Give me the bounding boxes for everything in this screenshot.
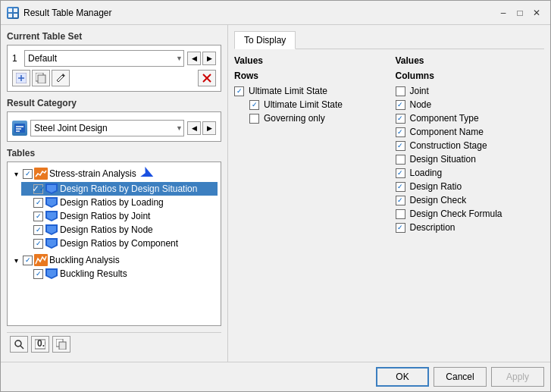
copy-tool-button[interactable]	[52, 336, 70, 353]
comp-name-col-label: Component Name	[410, 127, 484, 137]
node-row[interactable]: Design Ratios by Node	[21, 223, 218, 237]
category-icon	[12, 121, 27, 136]
joint-label: Design Ratios by Joint	[60, 211, 150, 221]
joint-col-row: Joint	[396, 86, 545, 96]
uls-children: Ultimate Limit State Governing only	[234, 99, 384, 124]
category-next-button[interactable]: ▶	[202, 121, 216, 135]
tables-section: Tables ▾ S	[7, 148, 221, 326]
component-row[interactable]: Design Ratios by Component	[21, 237, 218, 250]
current-table-set-box: 1 Default ▼ ◀ ▶	[7, 45, 221, 92]
design-ratio-col-checkbox[interactable]	[396, 182, 405, 192]
uls-child-row: Ultimate Limit State	[249, 99, 384, 110]
buckling-children: Buckling Results	[11, 267, 218, 281]
buckling-toggle-icon[interactable]: ▾	[11, 255, 21, 265]
current-table-set-section: Current Table Set 1 Default ▼ ◀ ▶	[7, 31, 221, 92]
right-values-title: Values	[396, 55, 545, 66]
table-num: 1	[12, 53, 21, 64]
design-check-formula-col-checkbox[interactable]	[396, 209, 405, 219]
governing-checkbox[interactable]	[249, 114, 259, 124]
uls-child-checkbox[interactable]	[249, 100, 259, 110]
nav-prev-button[interactable]: ◀	[187, 52, 201, 65]
result-category-section: Result Category	[7, 98, 221, 142]
close-button[interactable]: ✕	[529, 5, 544, 20]
description-col-row: Description	[396, 222, 545, 233]
columns-list: Joint Node Component Type	[396, 86, 545, 233]
joint-col-checkbox[interactable]	[396, 86, 405, 96]
design-situation-checkbox[interactable]: ✓	[33, 184, 43, 194]
joint-checkbox[interactable]	[33, 212, 43, 221]
comp-type-col-checkbox[interactable]	[396, 114, 405, 124]
svg-rect-34	[59, 342, 66, 350]
rows-section: Rows Ultimate Limit State Ultimate Limit…	[234, 71, 384, 124]
svg-rect-3	[14, 14, 17, 17]
tables-tree: ▾ Stress-strain Analysis ➤	[7, 162, 221, 326]
comp-type-col-label: Component Type	[410, 113, 479, 124]
apply-button[interactable]: Apply	[491, 367, 544, 387]
category-prev-button[interactable]: ◀	[187, 121, 201, 135]
copy-table-button[interactable]	[32, 70, 50, 86]
description-col-checkbox[interactable]	[396, 223, 405, 233]
stress-strain-checkbox[interactable]	[23, 169, 33, 179]
svg-rect-0	[8, 8, 12, 12]
node-checkbox[interactable]	[33, 225, 43, 235]
value-tool-button[interactable]: 0.0	[31, 336, 49, 353]
search-tool-button[interactable]	[10, 336, 28, 353]
loading-checkbox[interactable]	[33, 198, 43, 208]
add-table-button[interactable]	[12, 70, 30, 86]
design-situation-label: Design Ratios by Design Situation	[60, 183, 197, 194]
governing-row: Governing only	[249, 113, 384, 124]
svg-rect-1	[14, 8, 17, 12]
joint-spacer	[21, 211, 32, 221]
component-checkbox[interactable]	[33, 239, 43, 249]
joint-icon	[45, 210, 58, 222]
design-check-col-checkbox[interactable]	[396, 196, 405, 205]
cols-label: Columns	[396, 71, 545, 81]
buckling-row[interactable]: ▾ Buckling Analysis	[11, 253, 218, 267]
maximize-button[interactable]: □	[512, 5, 528, 20]
buckling-icon	[34, 254, 48, 266]
node-col-row: Node	[396, 99, 545, 110]
buckling-results-row[interactable]: Buckling Results	[21, 267, 218, 281]
stress-strain-row[interactable]: ▾ Stress-strain Analysis ➤	[11, 165, 218, 182]
const-stage-col-checkbox[interactable]	[396, 141, 405, 151]
buckling-checkbox[interactable]	[23, 256, 33, 265]
description-col-label: Description	[410, 222, 456, 233]
left-bottom-toolbar: 0.0	[7, 332, 221, 356]
uls-checkbox[interactable]	[234, 86, 244, 96]
loading-row[interactable]: Design Ratios by Loading	[21, 196, 218, 209]
loading-col-checkbox[interactable]	[396, 168, 405, 178]
node-icon-el	[45, 224, 58, 236]
result-category-row: Steel Joint Design ▼ ◀ ▶	[12, 120, 216, 136]
current-table-set-label: Current Table Set	[7, 31, 221, 42]
component-label: Design Ratios by Component	[60, 238, 178, 249]
design-situation-row[interactable]: ✓ Design Ratios by Design Situation	[21, 182, 218, 196]
minimize-button[interactable]: –	[496, 5, 511, 20]
joint-row[interactable]: Design Ratios by Joint	[21, 209, 218, 223]
buckling-results-checkbox[interactable]	[33, 269, 43, 279]
uls-child-label: Ultimate Limit State	[264, 99, 343, 110]
stress-strain-toggle-icon[interactable]: ▾	[11, 168, 21, 179]
design-sit-col-checkbox[interactable]	[396, 155, 405, 165]
delete-table-button[interactable]	[198, 70, 216, 86]
columns-section: Columns Joint Node	[396, 71, 545, 233]
stress-strain-label: Stress-strain Analysis	[49, 168, 136, 179]
ok-button[interactable]: OK	[376, 367, 429, 387]
main-window: Result Table Manager – □ ✕ Current Table…	[0, 0, 551, 392]
nav-next-button[interactable]: ▶	[202, 52, 216, 65]
rows-label: Rows	[234, 71, 384, 81]
component-icon	[45, 237, 58, 249]
comp-name-col-checkbox[interactable]	[396, 127, 405, 137]
svg-text:0.0: 0.0	[37, 339, 45, 349]
table-set-toolbar	[12, 70, 216, 86]
uls-parent-row: Ultimate Limit State	[234, 86, 384, 96]
arrow-indicator-icon: ➤	[138, 164, 156, 183]
governing-label: Governing only	[264, 113, 325, 124]
edit-table-button[interactable]	[52, 70, 70, 86]
table-set-select[interactable]: Default	[24, 50, 184, 67]
cancel-button[interactable]: Cancel	[434, 367, 487, 387]
node-col-label: Node	[410, 99, 432, 110]
to-display-tab[interactable]: To Display	[234, 31, 296, 49]
comp-name-col-row: Component Name	[396, 127, 545, 137]
result-category-select[interactable]: Steel Joint Design	[30, 120, 184, 136]
node-col-checkbox[interactable]	[396, 100, 405, 110]
